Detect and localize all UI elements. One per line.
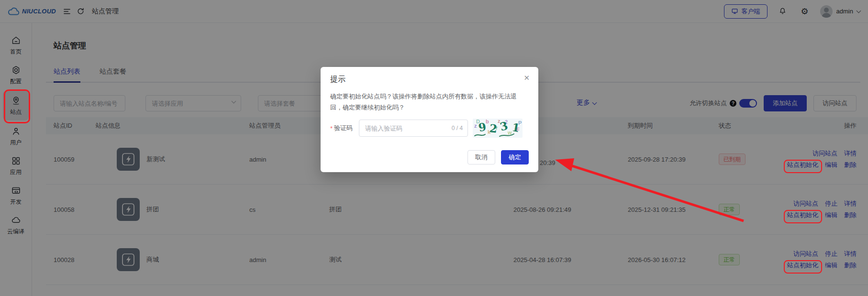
captcha-input[interactable]	[364, 124, 449, 132]
required-mark: *	[330, 125, 333, 132]
captcha-input-wrap: 0 / 4	[359, 120, 468, 137]
captcha-row: * 验证码 0 / 4 b z r 2 k F P D w z 9 2 3 1	[330, 119, 529, 138]
captcha-squiggle	[473, 131, 523, 138]
close-icon[interactable]: ✕	[523, 74, 530, 82]
dialog-message: 确定要初始化站点吗？该操作将删除站点内所有数据，该操作无法退回，确定要继续初始化…	[330, 91, 529, 113]
dialog-title: 提示	[330, 75, 529, 85]
confirm-dialog: 提示 ✕ 确定要初始化站点吗？该操作将删除站点内所有数据，该操作无法退回，确定要…	[321, 67, 538, 172]
cancel-button[interactable]: 取消	[467, 150, 495, 164]
captcha-label: 验证码	[334, 124, 353, 132]
captcha-counter: 0 / 4	[452, 125, 463, 132]
captcha-image[interactable]: b z r 2 k F P D w z 9 2 3 1	[473, 119, 523, 138]
app-window: NIUCLOUD 站点管理 客户端 ⚙ admin	[0, 0, 868, 296]
confirm-button[interactable]: 确定	[501, 150, 529, 164]
